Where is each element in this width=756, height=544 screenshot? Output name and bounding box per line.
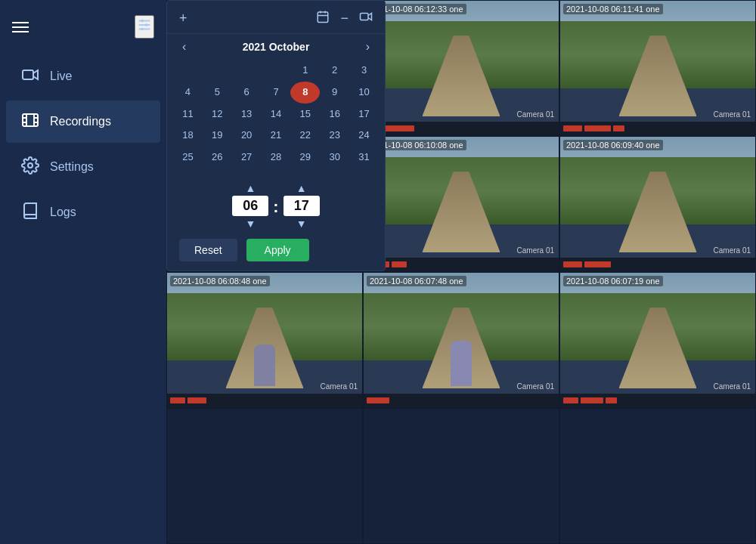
sidebar-item-live[interactable]: Live — [6, 55, 160, 97]
cal-day-cell[interactable]: 25 — [173, 147, 203, 168]
cal-day-cell[interactable]: 10 — [349, 82, 379, 104]
picker-calendar-icon-btn[interactable] — [313, 8, 333, 29]
video-cell-5[interactable]: 2021-10-08 06:09:40 one Camera 01 — [559, 136, 756, 272]
hour-spinbox: ▲ 06 ▼ — [232, 182, 268, 230]
minute-down-button[interactable]: ▼ — [293, 218, 310, 230]
hour-down-button[interactable]: ▼ — [242, 218, 259, 230]
cal-day-cell[interactable]: 2 — [320, 60, 349, 82]
svg-rect-19 — [361, 14, 369, 20]
picker-camera-icon-btn[interactable] — [356, 8, 376, 29]
calendar-prev-button[interactable]: ‹ — [176, 39, 192, 55]
video-cell-4[interactable]: 2021-10-08 06:10:08 one Camera 01 — [363, 136, 559, 272]
video-camera-5: Camera 01 — [714, 246, 751, 255]
cal-day-cell[interactable]: 12 — [203, 104, 232, 125]
bar-segment — [584, 261, 611, 267]
bar-segment — [613, 125, 624, 131]
bar-segment — [367, 397, 389, 403]
bar-segment — [584, 125, 611, 131]
cal-empty-cell — [232, 60, 262, 82]
svg-point-3 — [141, 20, 144, 23]
sidebar-item-recordings[interactable]: Recordings — [6, 100, 160, 143]
cal-day-cell[interactable]: 6 — [232, 82, 262, 104]
video-bar-5 — [560, 258, 755, 271]
cal-day-cell[interactable]: 18 — [173, 125, 203, 147]
cal-day-cell[interactable]: 3 — [349, 60, 379, 82]
cal-empty-cell — [203, 60, 232, 82]
video-cell-2[interactable]: 2021-10-08 06:11:41 one Camera 01 — [559, 0, 756, 136]
video-timestamp-6: 2021-10-08 06:08:48 one — [170, 276, 270, 286]
picker-toolbar: + − — [167, 1, 385, 34]
cal-day-cell[interactable]: 21 — [262, 125, 291, 147]
cal-day-cell[interactable]: 22 — [290, 125, 320, 147]
minute-spinbox: ▲ 17 ▼ — [284, 182, 320, 230]
cal-day-cell[interactable]: 26 — [203, 147, 232, 168]
cal-day-cell[interactable]: 15 — [290, 104, 320, 125]
cal-day-cell[interactable]: 13 — [232, 104, 262, 125]
main-content: 2021-10-08 06:15:58 one Camera 01 2021-1… — [166, 0, 756, 544]
video-bar-2 — [560, 122, 755, 135]
cal-day-cell[interactable]: 11 — [173, 104, 203, 125]
cal-empty-cell — [173, 168, 203, 175]
cal-day-cell[interactable]: 1 — [290, 60, 320, 82]
picker-minus-button[interactable]: − — [337, 8, 352, 29]
cal-day-cell[interactable]: 29 — [290, 147, 320, 168]
cal-empty-cell — [349, 168, 379, 175]
video-camera-4: Camera 01 — [517, 246, 554, 255]
bar-segment — [581, 397, 603, 403]
cal-day-cell[interactable]: 31 — [349, 147, 379, 168]
video-cell-6[interactable]: 2021-10-08 06:08:48 one Camera 01 — [166, 272, 363, 408]
sidebar-item-logs[interactable]: Logs — [6, 191, 160, 233]
video-camera-2: Camera 01 — [714, 110, 751, 119]
cal-day-cell[interactable]: 23 — [320, 125, 349, 147]
svg-point-4 — [145, 23, 148, 26]
video-cell-extra-2 — [363, 408, 559, 544]
apply-button[interactable]: Apply — [246, 239, 309, 261]
video-camera-8: Camera 01 — [714, 382, 751, 391]
sidebar-item-settings[interactable]: Settings — [6, 146, 160, 188]
cal-day-cell[interactable]: 14 — [262, 104, 291, 125]
video-cell-7[interactable]: 2021-10-08 06:07:48 one Camera 01 — [363, 272, 559, 408]
hamburger-menu-button[interactable] — [12, 22, 29, 32]
bar-segment — [563, 125, 582, 131]
cal-day-cell[interactable]: 20 — [232, 125, 262, 147]
cal-day-cell[interactable]: 24 — [349, 125, 379, 147]
hour-value: 06 — [232, 196, 268, 216]
cal-day-cell[interactable]: 17 — [349, 104, 379, 125]
hour-up-button[interactable]: ▲ — [242, 182, 259, 194]
video-timestamp-7: 2021-10-08 06:07:48 one — [367, 276, 466, 286]
cal-day-cell[interactable]: 9 — [320, 82, 349, 104]
controls-icon-button[interactable] — [135, 15, 154, 39]
picker-add-button[interactable]: + — [176, 9, 191, 28]
cal-day-cell[interactable]: 16 — [320, 104, 349, 125]
cal-day-cell[interactable]: 8 — [290, 82, 320, 104]
cal-day-cell[interactable]: 28 — [262, 147, 291, 168]
video-camera-1: Camera 01 — [517, 110, 554, 119]
minute-up-button[interactable]: ▲ — [293, 182, 310, 194]
datetime-picker: + − — [166, 0, 386, 271]
bar-segment — [606, 397, 617, 403]
cal-day-cell[interactable]: 7 — [262, 82, 291, 104]
cal-day-cell[interactable]: 5 — [203, 82, 232, 104]
cal-day-cell[interactable]: 27 — [232, 147, 262, 168]
time-colon: : — [273, 197, 278, 217]
video-bar-4 — [364, 258, 559, 271]
video-timestamp-2: 2021-10-08 06:11:41 one — [563, 4, 663, 14]
calendar-next-button[interactable]: › — [360, 39, 376, 55]
sidebar: Live Recordings Settings — [0, 0, 166, 544]
cal-day-cell[interactable]: 19 — [203, 125, 232, 147]
sidebar-item-label-settings: Settings — [50, 160, 94, 174]
cal-empty-cell — [232, 168, 262, 175]
sidebar-item-label-recordings: Recordings — [50, 115, 111, 128]
bar-segment — [187, 397, 206, 403]
cal-day-cell[interactable]: 30 — [320, 147, 349, 168]
bar-segment — [392, 261, 407, 267]
video-cell-1[interactable]: 2021-10-08 06:12:33 one Camera 01 — [363, 0, 559, 136]
svg-rect-6 — [23, 70, 33, 79]
reset-button[interactable]: Reset — [179, 239, 237, 261]
cal-day-cell[interactable]: 4 — [173, 82, 203, 104]
svg-point-5 — [141, 28, 144, 31]
person-figure — [451, 341, 472, 386]
video-cell-8[interactable]: 2021-10-08 06:07:19 one Camera 01 — [559, 272, 756, 408]
cal-empty-cell — [262, 60, 291, 82]
bar-segment — [384, 125, 414, 131]
